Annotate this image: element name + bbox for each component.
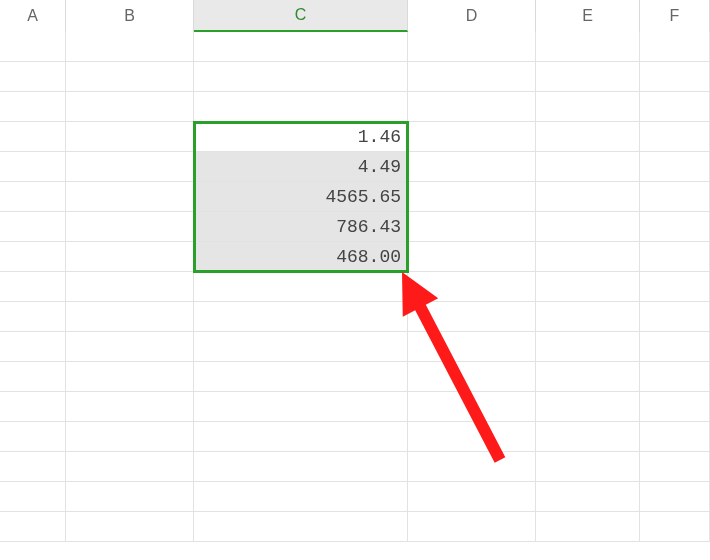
cell-f5[interactable] — [640, 152, 710, 182]
cell-d6[interactable] — [408, 182, 536, 212]
cell-e10[interactable] — [536, 302, 640, 332]
cell-e7[interactable] — [536, 212, 640, 242]
cell-d14[interactable] — [408, 422, 536, 452]
cell-c3[interactable] — [194, 92, 408, 122]
cell-f13[interactable] — [640, 392, 710, 422]
cell-c9[interactable] — [194, 272, 408, 302]
cell-f11[interactable] — [640, 332, 710, 362]
cell-b12[interactable] — [66, 362, 194, 392]
cell-a13[interactable] — [0, 392, 66, 422]
cell-d13[interactable] — [408, 392, 536, 422]
cell-d15[interactable] — [408, 452, 536, 482]
cell-c7[interactable]: 786.43 — [194, 212, 408, 242]
cell-a15[interactable] — [0, 452, 66, 482]
cell-c11[interactable] — [194, 332, 408, 362]
cell-d8[interactable] — [408, 242, 536, 272]
cell-e9[interactable] — [536, 272, 640, 302]
cell-b15[interactable] — [66, 452, 194, 482]
cell-e3[interactable] — [536, 92, 640, 122]
cell-e17[interactable] — [536, 512, 640, 542]
cell-e11[interactable] — [536, 332, 640, 362]
cell-e6[interactable] — [536, 182, 640, 212]
col-header-e[interactable]: E — [536, 0, 640, 32]
cell-b1[interactable] — [66, 32, 194, 62]
cell-e5[interactable] — [536, 152, 640, 182]
cell-d17[interactable] — [408, 512, 536, 542]
cell-b4[interactable] — [66, 122, 194, 152]
cell-a4[interactable] — [0, 122, 66, 152]
cell-f7[interactable] — [640, 212, 710, 242]
cell-a3[interactable] — [0, 92, 66, 122]
cell-c8[interactable]: 468.00 — [194, 242, 408, 272]
cell-b5[interactable] — [66, 152, 194, 182]
cell-c1[interactable] — [194, 32, 408, 62]
cell-e8[interactable] — [536, 242, 640, 272]
cell-f16[interactable] — [640, 482, 710, 512]
cell-a2[interactable] — [0, 62, 66, 92]
cell-f4[interactable] — [640, 122, 710, 152]
cell-c10[interactable] — [194, 302, 408, 332]
cell-b10[interactable] — [66, 302, 194, 332]
cell-e15[interactable] — [536, 452, 640, 482]
cell-e2[interactable] — [536, 62, 640, 92]
cell-b2[interactable] — [66, 62, 194, 92]
cell-d12[interactable] — [408, 362, 536, 392]
cell-d16[interactable] — [408, 482, 536, 512]
cell-c13[interactable] — [194, 392, 408, 422]
cell-b11[interactable] — [66, 332, 194, 362]
col-header-d[interactable]: D — [408, 0, 536, 32]
cell-f1[interactable] — [640, 32, 710, 62]
cell-e1[interactable] — [536, 32, 640, 62]
cell-a8[interactable] — [0, 242, 66, 272]
cell-b16[interactable] — [66, 482, 194, 512]
cell-d3[interactable] — [408, 92, 536, 122]
cell-d2[interactable] — [408, 62, 536, 92]
col-header-c[interactable]: C — [194, 0, 408, 32]
col-header-f[interactable]: F — [640, 0, 710, 32]
cell-e12[interactable] — [536, 362, 640, 392]
cell-a1[interactable] — [0, 32, 66, 62]
cell-a6[interactable] — [0, 182, 66, 212]
cell-b3[interactable] — [66, 92, 194, 122]
cell-c16[interactable] — [194, 482, 408, 512]
cell-d5[interactable] — [408, 152, 536, 182]
cell-d9[interactable] — [408, 272, 536, 302]
cell-a12[interactable] — [0, 362, 66, 392]
cell-c2[interactable] — [194, 62, 408, 92]
cell-d11[interactable] — [408, 332, 536, 362]
cell-e16[interactable] — [536, 482, 640, 512]
cell-c17[interactable] — [194, 512, 408, 542]
col-header-b[interactable]: B — [66, 0, 194, 32]
cell-f6[interactable] — [640, 182, 710, 212]
cell-c4[interactable]: 1.46 — [194, 122, 408, 152]
cell-a7[interactable] — [0, 212, 66, 242]
cell-b8[interactable] — [66, 242, 194, 272]
cell-b9[interactable] — [66, 272, 194, 302]
cell-c6[interactable]: 4565.65 — [194, 182, 408, 212]
cell-a16[interactable] — [0, 482, 66, 512]
cell-e4[interactable] — [536, 122, 640, 152]
cell-d1[interactable] — [408, 32, 536, 62]
cell-c15[interactable] — [194, 452, 408, 482]
cell-f12[interactable] — [640, 362, 710, 392]
cell-c12[interactable] — [194, 362, 408, 392]
cell-f3[interactable] — [640, 92, 710, 122]
cell-b13[interactable] — [66, 392, 194, 422]
cell-f10[interactable] — [640, 302, 710, 332]
cell-c5[interactable]: 4.49 — [194, 152, 408, 182]
cell-d7[interactable] — [408, 212, 536, 242]
cell-a5[interactable] — [0, 152, 66, 182]
cell-e14[interactable] — [536, 422, 640, 452]
cell-a11[interactable] — [0, 332, 66, 362]
cell-a17[interactable] — [0, 512, 66, 542]
cell-c14[interactable] — [194, 422, 408, 452]
cell-a14[interactable] — [0, 422, 66, 452]
cell-f17[interactable] — [640, 512, 710, 542]
cell-d10[interactable] — [408, 302, 536, 332]
cell-f14[interactable] — [640, 422, 710, 452]
cell-f15[interactable] — [640, 452, 710, 482]
cell-f8[interactable] — [640, 242, 710, 272]
cell-d4[interactable] — [408, 122, 536, 152]
col-header-a[interactable]: A — [0, 0, 66, 32]
cell-a10[interactable] — [0, 302, 66, 332]
